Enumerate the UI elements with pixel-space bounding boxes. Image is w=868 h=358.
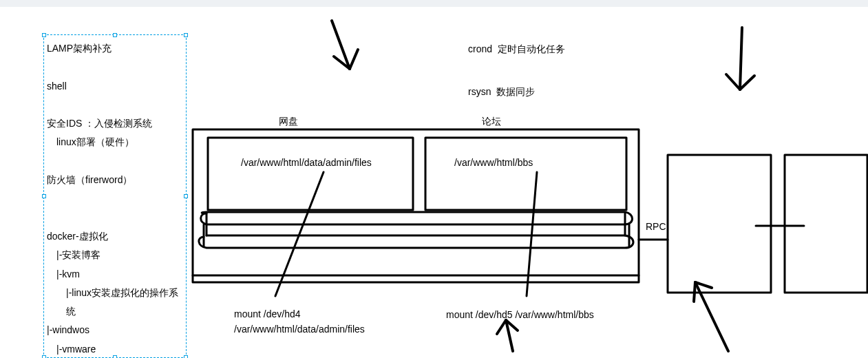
notes-line: |-windwos bbox=[47, 321, 183, 339]
server-box bbox=[193, 129, 639, 282]
label-luntan: 论坛 bbox=[482, 114, 501, 129]
connector-line bbox=[275, 172, 324, 296]
resize-handle-nw[interactable] bbox=[42, 33, 46, 37]
label-path-bbs: /var/www/html/bbs bbox=[454, 155, 533, 170]
notes-line: LAMP架构补充 bbox=[47, 39, 183, 58]
notes-line: linux部署（硬件） bbox=[47, 133, 183, 151]
connector-line bbox=[527, 172, 537, 296]
resize-handle-n[interactable] bbox=[113, 33, 117, 37]
notes-line bbox=[47, 152, 183, 171]
resize-handle-ne[interactable] bbox=[184, 33, 188, 37]
arrow-up-icon bbox=[497, 320, 518, 351]
notes-line bbox=[47, 209, 183, 227]
notes-line: |-vmware bbox=[47, 340, 183, 358]
drawing-canvas[interactable]: LAMP架构补充 shell 安全IDS ：入侵检测系统 linux部署（硬件）… bbox=[0, 7, 868, 358]
resize-handle-sw[interactable] bbox=[42, 355, 46, 358]
notes-line: 安全IDS ：入侵检测系统 bbox=[47, 114, 183, 133]
label-rpc: RPC bbox=[646, 219, 666, 234]
notes-line bbox=[47, 189, 183, 208]
notes-line: 防火墙（firerword） bbox=[47, 171, 183, 189]
label-crond: crond 定时自动化任务 bbox=[468, 41, 565, 56]
notes-line: |-kvm bbox=[47, 265, 183, 284]
label-path-files: /var/www/html/data/admin/files bbox=[241, 155, 403, 170]
panel-luntan bbox=[425, 138, 626, 210]
resize-handle-e[interactable] bbox=[184, 194, 188, 198]
label-mount-hd5: mount /dev/hd5 /var/www/html/bbs bbox=[446, 307, 594, 322]
resize-handle-se[interactable] bbox=[184, 355, 188, 358]
notes-line: shell bbox=[47, 77, 183, 96]
notes-line bbox=[47, 58, 183, 76]
label-mount-hd4: mount /dev/hd4 /var/www/html/data/admin/… bbox=[234, 306, 341, 337]
notes-line: docker-虚拟化 bbox=[47, 227, 183, 246]
arrow-down-icon bbox=[332, 21, 358, 69]
arrow-down-icon bbox=[726, 28, 754, 90]
selected-text-block[interactable]: LAMP架构补充 shell 安全IDS ：入侵检测系统 linux部署（硬件）… bbox=[43, 34, 187, 358]
notes-line: |-安装博客 bbox=[47, 246, 183, 264]
box-right-2 bbox=[785, 155, 867, 293]
panel-wangpan bbox=[208, 138, 413, 210]
arrow-up-icon bbox=[694, 282, 728, 351]
box-right-1 bbox=[668, 155, 771, 293]
storage-layer bbox=[199, 212, 633, 248]
label-rsysn: rsysn 数据同步 bbox=[468, 84, 535, 99]
notes-text[interactable]: LAMP架构补充 shell 安全IDS ：入侵检测系统 linux部署（硬件）… bbox=[47, 39, 183, 358]
label-wangpan: 网盘 bbox=[279, 114, 298, 129]
notes-line bbox=[47, 96, 183, 114]
notes-line: |-linux安装虚拟化的操作系统 bbox=[47, 284, 183, 322]
resize-handle-w[interactable] bbox=[42, 194, 46, 198]
